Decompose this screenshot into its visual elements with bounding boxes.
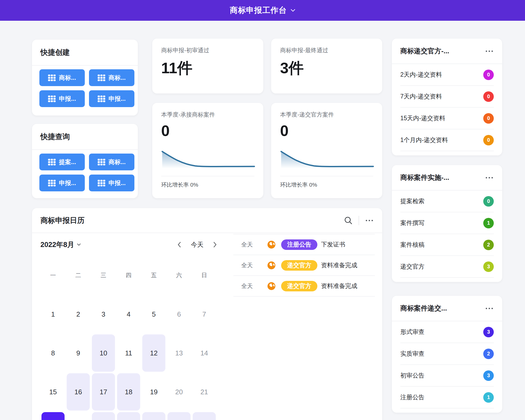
- chevron-down-icon[interactable]: [291, 9, 295, 12]
- calendar-day[interactable]: 14: [192, 334, 217, 372]
- event-time: 全天: [241, 282, 260, 290]
- quick-query-button-3[interactable]: 申报...: [39, 175, 85, 191]
- calendar-day[interactable]: 11: [116, 334, 141, 372]
- day-number: 16: [66, 372, 91, 411]
- event-row[interactable]: 全天 递交官方 资料准备完成: [233, 255, 375, 276]
- more-icon[interactable]: [365, 218, 374, 223]
- calendar-day[interactable]: 9: [66, 334, 91, 372]
- calendar-day[interactable]: 17: [91, 372, 116, 411]
- panel-item[interactable]: 7天内-递交资料 0: [400, 86, 494, 108]
- event-time: 全天: [241, 261, 260, 269]
- card-title: 快捷创建: [40, 48, 70, 57]
- count-badge: 3: [483, 261, 494, 272]
- calendar-day[interactable]: 12: [141, 334, 166, 372]
- panel-item[interactable]: 实质审查 2: [400, 343, 494, 365]
- stat-card-initial-approval[interactable]: 商标申报-初审通过 11件: [152, 39, 263, 93]
- page-title[interactable]: 商标申报工作台: [230, 5, 287, 16]
- panel-item-label: 注册公告: [400, 393, 424, 401]
- count-badge: 1: [483, 218, 494, 228]
- panel-item[interactable]: 15天内-递交资料 0: [400, 108, 494, 129]
- calendar-day[interactable]: [40, 411, 66, 420]
- calendar-day[interactable]: 18: [116, 372, 141, 411]
- calendar-day[interactable]: [166, 411, 192, 420]
- day-number: [192, 411, 217, 420]
- quick-create-button-1[interactable]: 商标...: [39, 69, 85, 86]
- day-number: 10: [91, 334, 116, 372]
- button-label: 商标...: [108, 74, 125, 82]
- weekday-label: 五: [141, 267, 166, 283]
- calendar-day[interactable]: 3: [91, 295, 116, 334]
- quick-query-button-1[interactable]: 提案...: [39, 154, 85, 170]
- calendar-day[interactable]: 6: [166, 295, 192, 334]
- quick-query-button-4[interactable]: 申报...: [89, 175, 134, 191]
- calendar-day[interactable]: 5: [141, 295, 166, 334]
- event-row[interactable]: 全天 递交官方 资料准备完成: [233, 276, 375, 297]
- quick-create-button-3[interactable]: 申报...: [39, 90, 85, 107]
- panel-item[interactable]: 提案检索 0: [400, 191, 494, 212]
- panel-item-label: 15天内-递交资料: [400, 114, 445, 122]
- calendar-day[interactable]: 16: [66, 372, 91, 411]
- day-number: 18: [116, 372, 141, 411]
- quick-create-button-4[interactable]: 申报...: [89, 90, 134, 107]
- stat-card-final-approval[interactable]: 商标申报-最终通过 3件: [271, 39, 382, 93]
- trend-card-submitted-cases[interactable]: 本季度-递交官方案件 0 环比增长率 0%: [271, 103, 382, 198]
- calendar-day[interactable]: 2: [66, 295, 91, 334]
- event-row[interactable]: 全天 注册公告 下发证书: [233, 234, 375, 255]
- panel-item[interactable]: 2天内-递交资料 0: [400, 64, 494, 86]
- day-number: [91, 411, 116, 420]
- quick-create-button-2[interactable]: 商标...: [89, 69, 134, 86]
- quick-create-card: 快捷创建 商标... 商标... 申报... 申报...: [32, 40, 138, 116]
- panel-item[interactable]: 注册公告 1: [400, 387, 494, 408]
- calendar-day[interactable]: [91, 411, 116, 420]
- calendar-day[interactable]: 10: [91, 334, 116, 372]
- day-number: 13: [166, 334, 192, 372]
- chevron-left-icon[interactable]: [177, 242, 181, 248]
- panel-item[interactable]: 递交官方 3: [400, 256, 494, 278]
- trend-footer: 环比增长率 0%: [161, 181, 254, 188]
- calendar-day[interactable]: 13: [166, 334, 192, 372]
- quick-query-button-2[interactable]: 商标...: [89, 154, 134, 170]
- apps-grid-icon: [98, 96, 105, 102]
- today-button[interactable]: 今天: [191, 240, 203, 249]
- trend-card-accepted-cases[interactable]: 本季度-承接商标案件 0 环比增长率 0%: [152, 103, 263, 198]
- more-icon[interactable]: [485, 175, 494, 180]
- count-badge: 0: [483, 113, 494, 124]
- calendar-day[interactable]: [66, 411, 91, 420]
- chevron-right-icon[interactable]: [213, 242, 217, 248]
- calendar-day[interactable]: 1: [40, 295, 66, 334]
- calendar-day[interactable]: [141, 411, 166, 420]
- calendar-day[interactable]: [192, 411, 217, 420]
- panel-title: 商标案件递交...: [400, 304, 447, 313]
- button-label: 申报...: [108, 95, 125, 103]
- button-label: 商标...: [59, 74, 76, 82]
- week-row: 15 16 17 18 19 20 21: [40, 372, 217, 411]
- calendar-day[interactable]: 15: [40, 372, 66, 411]
- more-icon[interactable]: [485, 306, 494, 311]
- week-row: 1 2 3 4 5 6 7: [40, 295, 217, 334]
- quick-query-buttons: 提案... 商标... 申报... 申报...: [32, 150, 138, 191]
- divider: [359, 216, 359, 225]
- panel-item-label: 案件撰写: [400, 219, 424, 227]
- divider: [161, 176, 254, 176]
- calendar-day[interactable]: [116, 411, 141, 420]
- panel-item[interactable]: 初审公告 3: [400, 365, 494, 387]
- calendar-day[interactable]: 8: [40, 334, 66, 372]
- panel-item[interactable]: 案件核稿 2: [400, 234, 494, 256]
- calendar-day[interactable]: 4: [116, 295, 141, 334]
- month-selector[interactable]: 2022年8月: [40, 240, 81, 249]
- trend-title: 本季度-递交官方案件: [280, 111, 373, 119]
- panel-item[interactable]: 案件撰写 1: [400, 212, 494, 234]
- calendar-day[interactable]: 20: [166, 372, 192, 411]
- calendar-day[interactable]: 21: [192, 372, 217, 411]
- event-text: 资料准备完成: [321, 282, 357, 290]
- more-icon[interactable]: [485, 49, 494, 54]
- divider: [280, 176, 373, 176]
- trend-title: 本季度-承接商标案件: [161, 111, 254, 119]
- calendar-header: 商标申报日历: [32, 208, 382, 233]
- search-icon[interactable]: [344, 216, 353, 225]
- calendar-day[interactable]: 19: [141, 372, 166, 411]
- count-badge: 2: [483, 240, 494, 250]
- calendar-day[interactable]: 7: [192, 295, 217, 334]
- panel-item[interactable]: 形式审查 3: [400, 321, 494, 343]
- panel-item[interactable]: 1个月内-递交资料 0: [400, 129, 494, 151]
